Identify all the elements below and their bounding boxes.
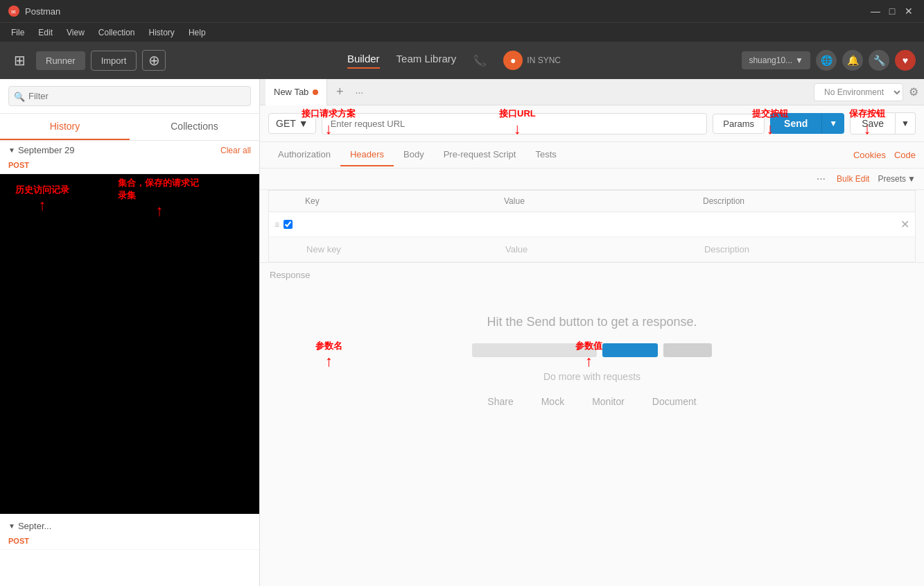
search-icon: 🔍 [14, 91, 25, 101]
import-button[interactable]: Import [91, 51, 137, 71]
row-check-1: ≡ [274, 220, 293, 230]
params-button[interactable]: Params [713, 114, 765, 134]
req-tab-tests[interactable]: Tests [525, 144, 566, 166]
code-link[interactable]: Code [894, 150, 916, 160]
value-input-1[interactable] [503, 216, 690, 232]
tab-collections[interactable]: Collections [130, 114, 259, 140]
action-document[interactable]: Document [652, 396, 697, 407]
history-date-label2: Septer... [18, 521, 51, 531]
history-date-sep29[interactable]: ▼ September 29 [8, 145, 75, 155]
history-item[interactable]: POST [0, 157, 259, 174]
tab-label: New Tab [274, 87, 308, 97]
user-button[interactable]: shuang10... ▼ [742, 51, 810, 69]
new-key-input[interactable] [304, 241, 491, 257]
empty-state-actions: Share Mock Monitor Document [487, 396, 696, 407]
menu-history[interactable]: History [143, 25, 180, 40]
tab-builder[interactable]: Builder [347, 53, 380, 69]
bar-blue [602, 343, 658, 357]
send-group: Send ▼ [770, 113, 844, 134]
history-item-2[interactable]: POST [0, 533, 259, 550]
action-mock[interactable]: Mock [541, 396, 564, 407]
send-dropdown-button[interactable]: ▼ [821, 113, 844, 134]
row-value-new[interactable] [497, 237, 696, 262]
app-title: Postman [25, 6, 60, 17]
history-date-sep2[interactable]: ▼ Septer... [8, 521, 51, 531]
sidebar-toggle-button[interactable]: ⊞ [8, 49, 30, 71]
presets-button[interactable]: Presets ▼ [878, 174, 916, 184]
req-tab-headers[interactable]: Headers [340, 144, 394, 166]
row-desc-new[interactable] [696, 237, 895, 262]
settings-button[interactable]: 🔧 [869, 50, 889, 71]
maximize-button[interactable]: □ [885, 4, 899, 18]
delete-row-1-button[interactable]: ✕ [900, 218, 909, 230]
menu-help[interactable]: Help [183, 25, 211, 40]
action-share[interactable]: Share [487, 396, 513, 407]
minimize-button[interactable]: — [869, 4, 882, 18]
sync-text: IN SYNC [527, 55, 561, 65]
close-button[interactable]: ✕ [902, 4, 916, 18]
heart-button[interactable]: ♥ [895, 50, 916, 71]
new-desc-input[interactable] [701, 241, 889, 257]
url-input[interactable] [322, 113, 708, 135]
row-key-new[interactable] [298, 237, 497, 262]
filter-input[interactable] [8, 86, 251, 106]
method-select[interactable]: GET ▼ [268, 113, 316, 134]
row-delete-new [895, 237, 916, 262]
row-key-1[interactable] [298, 212, 497, 237]
history-section-sep29: ▼ September 29 Clear all [0, 141, 259, 157]
headers-table: Key Value Description ≡ [268, 190, 916, 262]
req-tab-body[interactable]: Body [394, 144, 434, 166]
add-tab-button[interactable]: + [330, 83, 349, 102]
env-gear-button[interactable]: ⚙ [909, 85, 918, 98]
history-black-redacted [0, 174, 259, 514]
menu-edit[interactable]: Edit [33, 25, 58, 40]
tab-team-library[interactable]: Team Library [396, 53, 457, 69]
caret-icon2: ▼ [8, 522, 15, 530]
phone-icon: 📞 [473, 54, 487, 67]
cookies-link[interactable]: Cookies [853, 150, 886, 160]
main-toolbar: ⊞ Runner Import ⊕ Builder Team Library 📞… [0, 42, 924, 79]
menu-collection[interactable]: Collection [93, 25, 141, 40]
row-delete-1[interactable]: ✕ [895, 212, 916, 237]
req-tab-prerequest[interactable]: Pre-request Script [434, 144, 526, 166]
menu-view[interactable]: View [61, 25, 90, 40]
more-tabs-button[interactable]: ··· [349, 83, 369, 102]
empty-state-bars [472, 343, 712, 357]
environment-select[interactable]: No Environment [814, 83, 903, 101]
history-date-label: September 29 [18, 145, 75, 155]
req-tab-authorization[interactable]: Authorization [268, 144, 340, 166]
clear-all-button[interactable]: Clear all [220, 146, 251, 155]
req-tabs: Authorization Headers Body Pre-request S… [260, 142, 924, 169]
search-wrap: 🔍 [8, 86, 251, 106]
tab-history[interactable]: History [0, 114, 130, 140]
menu-file[interactable]: File [6, 25, 30, 40]
new-tab[interactable]: New Tab [265, 79, 327, 105]
runner-button[interactable]: Runner [36, 51, 85, 70]
action-monitor[interactable]: Monitor [592, 396, 625, 407]
send-button[interactable]: Send [770, 113, 821, 134]
row-desc-1[interactable] [696, 212, 895, 237]
history-section-sep2: ▼ Septer... [0, 517, 259, 533]
bulk-edit-button[interactable]: Bulk Edit [837, 174, 869, 184]
desc-input-1[interactable] [701, 216, 889, 232]
three-dots-button[interactable]: ··· [814, 173, 828, 185]
new-value-input[interactable] [503, 241, 690, 257]
headers-toolbar: ··· Bulk Edit Presets ▼ [260, 169, 924, 190]
row-value-1[interactable] [497, 212, 696, 237]
save-dropdown-button[interactable]: ▼ [896, 112, 916, 135]
method-dropdown-icon: ▼ [299, 118, 308, 129]
presets-dropdown-icon: ▼ [907, 174, 916, 184]
sync-badge: ● IN SYNC [503, 51, 561, 70]
key-input-1[interactable] [304, 216, 491, 232]
titlebar: ✉ Postman — □ ✕ [0, 0, 924, 22]
menubar: File Edit View Collection History Help [0, 22, 924, 42]
row-checkbox-1[interactable] [284, 220, 293, 229]
notification-button[interactable]: 🔔 [842, 50, 863, 71]
method-label: GET [276, 118, 296, 129]
sync-globe-button[interactable]: 🌐 [816, 50, 837, 71]
empty-state-text: Hit the Send button to get a response. [487, 315, 697, 329]
headers-table-header: Key Value Description [269, 191, 916, 212]
save-button[interactable]: Save [850, 112, 896, 135]
new-request-button[interactable]: ⊕ [142, 50, 166, 71]
toolbar-center: Builder Team Library 📞 ● IN SYNC [171, 51, 736, 70]
